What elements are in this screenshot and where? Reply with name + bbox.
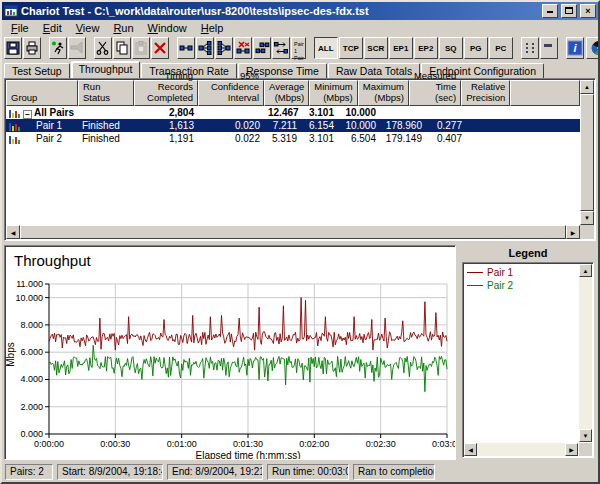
toggle-chart-view-button[interactable] [540, 37, 558, 59]
endpoint-pair-icon [178, 40, 194, 56]
menu-view[interactable]: View [69, 22, 107, 34]
tab-test-setup[interactable]: Test Setup [4, 63, 70, 78]
column-header-6[interactable]: Maximum (Mbps) [358, 80, 409, 106]
replicate-pairs-button[interactable] [253, 37, 271, 59]
add-multicast-member-button[interactable] [215, 37, 233, 59]
value-cell: 12.467 [264, 107, 301, 118]
scroll-right-button[interactable]: ▶ [566, 225, 580, 239]
status-cell-3: Run time: 00:03:00 [267, 464, 349, 480]
value-cell: 6.504 [338, 133, 380, 144]
toolbar: Pair 1 Pair 2 ALLTCPSCREP1EP2SQPGPC i [2, 35, 598, 61]
table-row[interactable]: −All Pairs2,80412.4673.10110.000 [6, 106, 580, 119]
menu-edit[interactable]: Edit [36, 22, 69, 34]
menu-help[interactable]: Help [194, 22, 231, 34]
value-cell: 10.000 [338, 120, 380, 131]
dotted-columns-icon [522, 40, 538, 56]
filter-sq-button[interactable]: SQ [439, 37, 463, 59]
scroll-left-button[interactable]: ◀ [464, 443, 477, 456]
scroll-left-button[interactable]: ◀ [6, 225, 20, 239]
scroll-up-button[interactable]: ▲ [579, 264, 592, 277]
titlebar: Chariot Test - C:\_work\data\router\usr-… [2, 2, 598, 20]
value-cell: 3.101 [301, 107, 338, 118]
value-cell: 178.960 [380, 120, 426, 131]
column-header-2[interactable]: Timing Records Completed [134, 80, 198, 106]
table-vertical-scrollbar[interactable]: ▲ ▼ [580, 80, 594, 225]
minimize-button[interactable] [542, 4, 558, 18]
legend-entry[interactable]: Pair 1 [467, 266, 577, 279]
legend-horizontal-scrollbar[interactable]: ◀ ▶ [464, 443, 578, 456]
table-horizontal-scrollbar[interactable]: ◀ ▶ [6, 225, 580, 239]
cut-button[interactable] [94, 37, 112, 59]
menu-run[interactable]: Run [106, 22, 140, 34]
column-header-3[interactable]: 95% Confidence Interval [198, 80, 264, 106]
filter-pg-button[interactable]: PG [464, 37, 488, 59]
scroll-down-button[interactable]: ▼ [579, 429, 592, 442]
close-button[interactable]: × [580, 4, 596, 18]
many-to-one-icon [216, 40, 232, 56]
filter-pc-button[interactable]: PC [489, 37, 513, 59]
add-multicast-group-button[interactable] [196, 37, 214, 59]
svg-text:0:02:30: 0:02:30 [366, 439, 396, 449]
save-button[interactable] [4, 37, 22, 59]
tree-collapse-toggle[interactable]: − [23, 110, 32, 119]
stop-test-button[interactable] [68, 37, 86, 59]
group-label: Pair 1 [36, 120, 62, 131]
column-header-8[interactable]: Relative Precision [461, 80, 510, 106]
filter-scr-button[interactable]: SCR [364, 37, 388, 59]
column-header-5[interactable]: Minimum (Mbps) [309, 80, 358, 106]
value-cell: 179.149 [380, 133, 426, 144]
filter-tcp-button[interactable]: TCP [339, 37, 363, 59]
legend-entry[interactable]: Pair 2 [467, 279, 577, 292]
scrollbar-thumb[interactable] [20, 225, 566, 239]
toggle-grid-view-button[interactable] [521, 37, 539, 59]
scissors-icon [95, 40, 111, 56]
maximize-button[interactable] [561, 4, 577, 18]
menu-window[interactable]: Window [141, 22, 194, 34]
table-row[interactable]: Pair 2Finished1,1910.0225.3193.1016.5041… [6, 132, 580, 145]
netiq-logo: net iQ [586, 37, 600, 59]
scroll-down-button[interactable]: ▼ [580, 211, 594, 225]
run-status-cell: Finished [78, 120, 134, 131]
status-cell-1: Start: 8/9/2004, 19:18:49 [57, 464, 163, 480]
info-icon: i [567, 40, 583, 56]
svg-text:0.000: 0.000 [20, 429, 43, 439]
column-header-7[interactable]: Measured Time (sec) [409, 80, 461, 106]
add-pair-button[interactable] [177, 37, 195, 59]
window-title: Chariot Test - C:\_work\data\router\usr-… [21, 5, 539, 17]
status-cell-0: Pairs: 2 [5, 464, 53, 480]
run-test-button[interactable] [49, 37, 67, 59]
scrollbar-thumb[interactable] [580, 94, 594, 211]
scroll-right-button[interactable]: ▶ [565, 443, 578, 456]
filter-all-button[interactable]: ALL [314, 37, 338, 59]
tab-raw-data-totals[interactable]: Raw Data Totals [328, 63, 420, 78]
value-cell: 1,191 [134, 133, 198, 144]
show-pair-names-button[interactable]: Pair 1 Pair 2 [291, 37, 306, 59]
info-button[interactable]: i [566, 37, 584, 59]
filter-ep1-button[interactable]: EP1 [389, 37, 413, 59]
filter-buttons: ALLTCPSCREP1EP2SQPGPC [314, 37, 513, 59]
menu-file[interactable]: File [4, 22, 36, 34]
svg-text:0:00:00: 0:00:00 [34, 439, 64, 449]
legend-vertical-scrollbar[interactable]: ▲ ▼ [579, 264, 592, 442]
delete-button[interactable] [151, 37, 169, 59]
copy-pages-icon [114, 40, 130, 56]
pane-line-icon [541, 40, 557, 56]
value-cell: 0.020 [198, 120, 264, 131]
value-cell: 0.407 [426, 133, 466, 144]
column-header-1[interactable]: Run Status [78, 80, 134, 106]
column-header-0[interactable]: Group [6, 80, 78, 106]
copy-button[interactable] [113, 37, 131, 59]
value-cell: 5.319 [264, 133, 301, 144]
column-header-4[interactable]: Average (Mbps) [264, 80, 309, 106]
table-row[interactable]: Pair 1Finished1,6130.0207.2116.15410.000… [6, 119, 580, 132]
paste-button[interactable] [132, 37, 150, 59]
status-cell-4: Ran to completion [353, 464, 435, 480]
filter-ep2-button[interactable]: EP2 [414, 37, 438, 59]
disable-pair-button[interactable] [234, 37, 252, 59]
row-icon-cell [6, 107, 22, 119]
throughput-chart: 0.0002.0004.0006.0008.00010.00011.0000:0… [5, 246, 455, 459]
tab-throughput[interactable]: Throughput [71, 61, 141, 78]
print-button[interactable] [23, 37, 41, 59]
swap-endpoints-button[interactable] [272, 37, 290, 59]
scroll-up-button[interactable]: ▲ [580, 80, 594, 94]
